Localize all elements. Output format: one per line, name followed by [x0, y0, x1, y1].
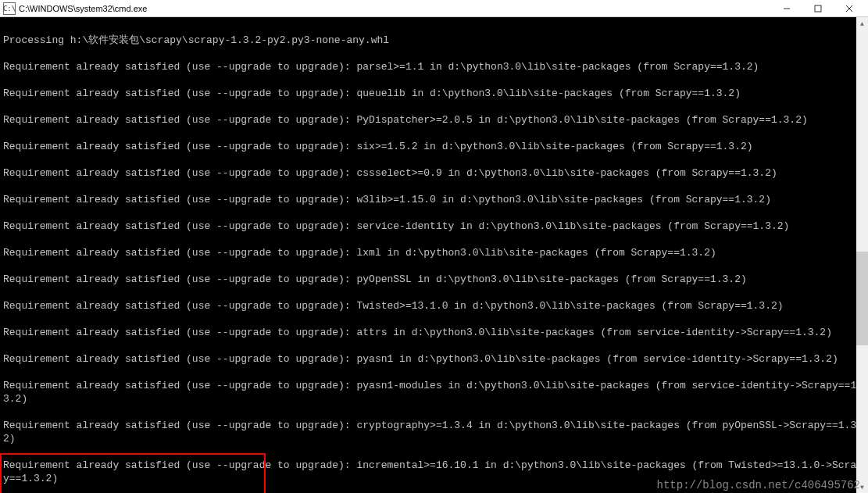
window-titlebar: C:\ C:\WINDOWS\system32\cmd.exe: [0, 0, 868, 17]
minimize-button[interactable]: [771, 0, 802, 16]
output-line: Requirement already satisfied (use --upg…: [3, 299, 865, 313]
output-line: Requirement already satisfied (use --upg…: [3, 113, 865, 127]
output-line: Requirement already satisfied (use --upg…: [3, 220, 865, 233]
cmd-icon: C:\: [3, 2, 16, 15]
watermark-text: http://blog.csdn.net/c406495762: [657, 479, 860, 491]
output-line: Requirement already satisfied (use --upg…: [3, 352, 865, 366]
output-line: Requirement already satisfied (use --upg…: [3, 140, 865, 153]
output-line: Requirement already satisfied (use --upg…: [3, 273, 865, 286]
close-button[interactable]: [834, 0, 865, 16]
output-line: Requirement already satisfied (use --upg…: [3, 379, 865, 405]
output-line: Requirement already satisfied (use --upg…: [3, 419, 865, 445]
window-title: C:\WINDOWS\system32\cmd.exe: [19, 4, 771, 13]
output-line: Processing h:\软件安装包\scrapy\scrapy-1.3.2-…: [3, 34, 865, 47]
terminal-output[interactable]: Processing h:\软件安装包\scrapy\scrapy-1.3.2-…: [0, 17, 868, 493]
maximize-button[interactable]: [802, 0, 834, 16]
minimize-icon: [783, 5, 791, 13]
svg-rect-1: [815, 5, 821, 12]
close-icon: [845, 5, 853, 13]
output-line: Requirement already satisfied (use --upg…: [3, 87, 865, 100]
vertical-scrollbar[interactable]: ▲ ▼: [856, 17, 868, 493]
output-line: Requirement already satisfied (use --upg…: [3, 193, 865, 206]
window-controls: [771, 0, 865, 16]
scroll-up-button[interactable]: ▲: [856, 17, 868, 30]
scrollbar-thumb[interactable]: [856, 252, 868, 345]
output-line: Requirement already satisfied (use --upg…: [3, 60, 865, 73]
output-line: Requirement already satisfied (use --upg…: [3, 326, 865, 339]
maximize-icon: [814, 5, 822, 13]
output-line: Requirement already satisfied (use --upg…: [3, 246, 865, 259]
output-line: Requirement already satisfied (use --upg…: [3, 166, 865, 180]
